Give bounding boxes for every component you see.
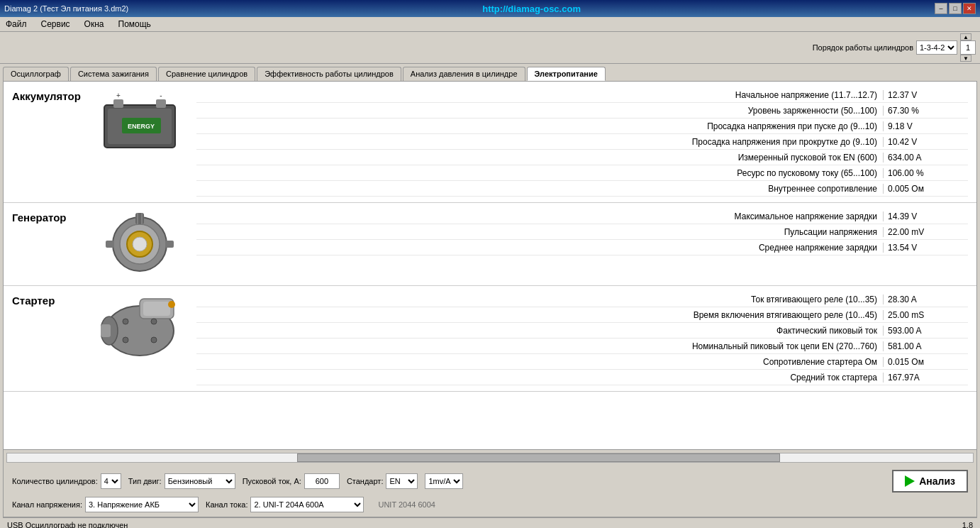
current-group: Пусковой ток, А: [243,473,340,489]
tab-cylinder-efficiency[interactable]: Эффективность работы цилиндров [257,67,401,81]
starter-label-2: Фактический пиковый ток [196,326,883,336]
battery-label-5: Ресурс по пусковому току (65...100) [196,168,883,178]
battery-row-2: Просадка напряжения при пуске до (9...10… [196,119,968,134]
mv-group: 1mv/A 2mv/A [425,473,463,489]
menu-help[interactable]: Помощь [116,18,154,30]
current-label: Пусковой ток, А: [243,477,301,485]
starter-row-5: Средний ток стартера 167.97A [196,370,968,385]
battery-value-6: 0.005 Ом [883,184,968,194]
play-icon [905,475,915,487]
cylinder-order-label: Порядок работы цилиндров [813,43,913,52]
generator-row-0: Максимальное напряжение зарядки 14.39 V [196,209,968,224]
starter-label-0: Ток втягивающего реле (10...35) [196,295,883,304]
statusbar-version: 1.8 [962,521,973,529]
battery-value-1: 67.30 % [883,106,968,116]
titlebar: Diamag 2 (Тест Эл питания 3.dm2) http://… [0,0,980,17]
cylinder-spinner: ▲ 1 ▼ [960,33,976,62]
menu-file[interactable]: Файл [3,18,30,30]
mv-select[interactable]: 1mv/A 2mv/A [425,473,463,489]
restore-button[interactable]: □ [949,3,962,14]
svg-point-23 [123,319,128,324]
spinner-down[interactable]: ▼ [960,55,971,62]
current-channel-select[interactable]: 2. UNI-T 204A 600A [250,497,364,512]
generator-row-2: Среднее напряжение зарядки 13.54 V [196,240,968,255]
current-channel-group: Канал тока: 2. UNI-T 204A 600A [206,497,364,512]
battery-row-3: Просадка напряжения при прокрутке до (9.… [196,134,968,150]
starter-title: Стартер [12,292,83,307]
minimize-button[interactable]: – [935,3,947,14]
starter-label-5: Средний ток стартера [196,373,883,383]
svg-rect-5 [156,99,166,108]
starter-value-2: 593.00 A [883,326,968,336]
starter-section: Стартер [4,286,976,392]
tab-cylinder-compare[interactable]: Сравнение цилиндров [158,67,255,81]
tab-pressure[interactable]: Анализ давления в цилиндре [403,67,525,81]
battery-data: Начальное напряжение (11.7...12.7) 12.37… [196,87,968,197]
battery-value-4: 634.00 A [883,153,968,163]
generator-value-1: 22.00 mV [883,227,968,237]
svg-point-24 [123,337,128,343]
battery-icon: ENERGY + - [101,91,179,155]
svg-text:ENERGY: ENERGY [128,123,155,130]
generator-image [97,209,182,280]
battery-value-3: 10.42 V [883,137,968,147]
svg-text:+: + [116,92,121,99]
generator-value-0: 14.39 V [883,211,968,221]
svg-point-25 [151,319,157,324]
svg-rect-19 [143,302,170,316]
voltage-channel-select[interactable]: 3. Напряжение АКБ [85,497,199,512]
menu-windows[interactable]: Окна [82,18,107,30]
generator-title: Генератор [12,209,83,224]
battery-value-0: 12.37 V [883,90,968,100]
engine-type-group: Тип двиг: Бензиновый Дизельный [128,473,235,489]
current-input[interactable] [304,473,340,489]
horizontal-scrollbar[interactable] [6,453,974,463]
close-button[interactable]: ✕ [963,3,976,14]
tabs-bar: Осциллограф Система зажигания Сравнение … [0,64,980,81]
current-channel-label: Канал тока: [206,500,247,509]
generator-section: Генератор Максимальное напряжение зарядк… [4,203,976,286]
svg-rect-14 [135,213,144,224]
generator-row-1: Пульсации напряжения 22.00 mV [196,224,968,240]
starter-row-4: Сопротивление стартера Ом 0.015 Ом [196,354,968,370]
tab-ignition[interactable]: Система зажигания [70,67,157,81]
starter-data: Ток втягивающего реле (10...35) 28.30 A … [196,292,968,385]
standard-select[interactable]: EN SAE DIN [386,473,418,489]
generator-data: Максимальное напряжение зарядки 14.39 V … [196,209,968,255]
battery-label-1: Уровень заряженности (50...100) [196,106,883,116]
starter-value-0: 28.30 A [883,295,968,304]
engine-type-select[interactable]: Бензиновый Дизельный [165,473,235,489]
battery-label-2: Просадка напряжения при пуске до (9...10… [196,121,883,131]
battery-image: ENERGY + - [97,87,182,158]
spinner-value: 1 [960,40,976,55]
svg-rect-12 [106,241,114,248]
battery-row-6: Внутреннее сопротивление 0.005 Ом [196,181,968,197]
analyze-label: Анализ [919,475,955,487]
cylinders-select[interactable]: 4 3 5 6 8 [101,473,121,489]
starter-row-0: Ток втягивающего реле (10...35) 28.30 A [196,292,968,307]
battery-label-0: Начальное напряжение (11.7...12.7) [196,90,883,100]
tab-oscillograph[interactable]: Осциллограф [3,67,69,81]
svg-rect-21 [101,324,111,337]
svg-point-22 [168,301,175,308]
battery-row-1: Уровень заряженности (50...100) 67.30 % [196,103,968,119]
cylinder-order-select[interactable]: 1-3-4-2 1-2-4-3 1-3-2-4 [916,40,957,55]
battery-title: Аккумулятор [12,87,83,102]
standard-group: Стандарт: EN SAE DIN [347,473,418,489]
website-url: http://diamag-osc.com [128,4,935,14]
starter-value-3: 581.00 A [883,341,968,351]
controls-row-1: Количество цилиндров: 4 3 5 6 8 Тип двиг… [6,467,974,495]
statusbar-message: USB Осциллограф не подключен [7,521,128,529]
engine-type-label: Тип двиг: [128,477,162,485]
analyze-button[interactable]: Анализ [892,470,968,493]
generator-label-2: Среднее напряжение зарядки [196,243,883,253]
voltage-channel-label: Канал напряжения: [12,500,82,509]
window-controls: – □ ✕ [935,3,976,14]
menu-service[interactable]: Сервис [38,18,73,30]
scrollbar-thumb[interactable] [297,453,780,462]
battery-section: Аккумулятор ENERGY + - Начальное напряже… [4,82,976,203]
main-content: Аккумулятор ENERGY + - Начальное напряже… [3,81,977,450]
tab-power[interactable]: Электропитание [527,67,606,81]
starter-row-1: Время включения втягивающего реле (10...… [196,307,968,323]
spinner-up[interactable]: ▲ [960,33,971,40]
